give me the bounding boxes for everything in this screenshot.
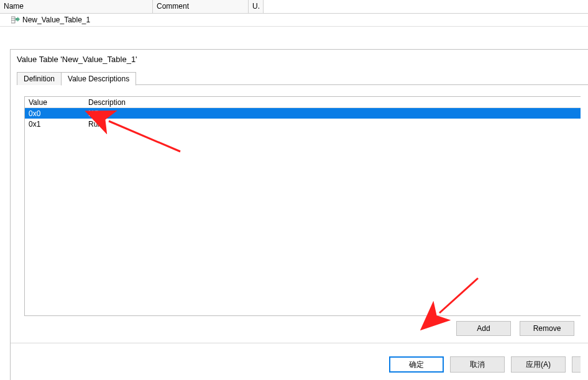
top-tree-grid: Name Comment U. New_Value_Table_1 (0, 0, 588, 27)
list-row[interactable]: 0x1 Run (25, 119, 581, 129)
list-cell-value: 0x1 (29, 120, 88, 129)
remove-button[interactable]: Remove (520, 321, 574, 336)
header-u[interactable]: U. (249, 0, 264, 13)
tab-definition[interactable]: Definition (17, 72, 62, 85)
list-actions: Add Remove (11, 321, 574, 336)
dialog-title: Value Table 'New_Value_Table_1' (11, 50, 588, 71)
overflow-button-stub (572, 356, 581, 373)
list-cell-description: NO (88, 109, 581, 118)
top-grid-header: Name Comment U. (0, 0, 588, 14)
add-button[interactable]: Add (456, 321, 511, 336)
list-header-value[interactable]: Value (29, 98, 88, 107)
dialog-buttons: 确定 取消 应用(A) (11, 356, 588, 373)
dialog-divider (11, 343, 588, 350)
list-header: Value Description (25, 97, 581, 108)
list-cell-description: Run (88, 120, 581, 129)
value-descriptions-list[interactable]: Value Description 0x0 NO 0x1 Run (24, 96, 581, 316)
tab-value-descriptions[interactable]: Value Descriptions (61, 72, 136, 86)
header-name[interactable]: Name (0, 0, 153, 13)
list-row[interactable]: 0x0 NO (25, 108, 581, 119)
cancel-button[interactable]: 取消 (450, 356, 505, 373)
list-cell-value: 0x0 (29, 109, 88, 118)
value-table-icon (11, 16, 20, 24)
svg-rect-0 (11, 17, 15, 23)
apply-button[interactable]: 应用(A) (511, 356, 566, 373)
value-table-dialog: Value Table 'New_Value_Table_1' Definiti… (10, 49, 588, 380)
list-header-description[interactable]: Description (88, 98, 581, 107)
ok-button[interactable]: 确定 (389, 356, 444, 373)
header-comment[interactable]: Comment (153, 0, 249, 13)
dialog-tabs: Definition Value Descriptions (17, 71, 588, 85)
tree-row-name: New_Value_Table_1 (22, 16, 90, 24)
list-body: 0x0 NO 0x1 Run (25, 108, 581, 129)
tree-row[interactable]: New_Value_Table_1 (0, 14, 588, 26)
